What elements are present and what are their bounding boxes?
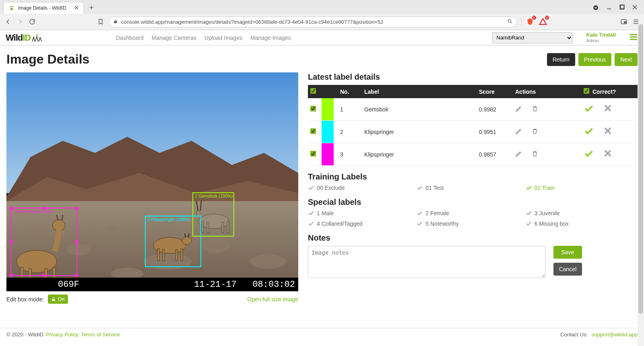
table-row: 3Klipspringer0.9857 <box>308 143 638 166</box>
svg-point-2 <box>12 6 14 7</box>
nav-back-icon[interactable] <box>4 18 12 26</box>
nav-links: Dashboard Manage Cameras Upload Images M… <box>116 35 291 41</box>
special-collared[interactable]: 4 Collared/Tagged <box>308 220 417 227</box>
address-bar[interactable]: console.wildid.app/management/images/det… <box>109 16 517 27</box>
training-train[interactable]: 02 Train <box>526 185 634 191</box>
hamburger-icon[interactable] <box>629 32 638 43</box>
row-label: Gemsbok <box>362 98 477 121</box>
row-checkbox[interactable] <box>310 151 316 157</box>
scrollbar[interactable] <box>638 24 644 341</box>
svg-point-0 <box>10 6 11 7</box>
svg-point-8 <box>508 19 511 22</box>
correct-yes-icon[interactable] <box>584 103 594 115</box>
row-checkbox[interactable] <box>310 106 316 111</box>
nav-reload-icon[interactable] <box>28 18 36 26</box>
row-score: 0.9982 <box>477 98 513 121</box>
special-female[interactable]: 2 Female <box>417 210 525 216</box>
logo[interactable]: WildID <box>6 33 43 43</box>
delete-icon[interactable] <box>531 105 539 113</box>
edit-mode-label: Edit box mode: <box>6 296 44 303</box>
special-juvenile[interactable]: 3 Juvenile <box>526 210 634 216</box>
nav-dashboard[interactable]: Dashboard <box>116 35 144 41</box>
return-button[interactable]: Return <box>547 53 575 66</box>
row-checkbox[interactable] <box>310 128 316 134</box>
col-score: Score <box>477 85 513 98</box>
bbox-3[interactable]: 3 Klipspringer (99%) <box>10 208 77 276</box>
window-maximize-icon[interactable] <box>619 4 625 11</box>
training-exclude[interactable]: 00 Exclude <box>308 185 417 191</box>
row-label: Klipspringer <box>362 143 477 166</box>
extension-warning-icon[interactable]: 1 <box>539 17 547 26</box>
delete-icon[interactable] <box>531 150 539 159</box>
nav-forward-icon <box>16 18 24 26</box>
row-no: 1 <box>338 98 362 121</box>
footer-privacy[interactable]: Privacy Policy <box>46 332 78 338</box>
tab-close-icon[interactable] <box>74 5 78 11</box>
annotated-image[interactable]: 1 Gemsbok (100%) 2 Klipspringer (100%) 3… <box>6 72 298 291</box>
user-role: Admin <box>586 38 616 43</box>
correct-yes-icon[interactable] <box>584 126 594 138</box>
user-block[interactable]: Kate Tindall Admin <box>586 32 616 43</box>
special-noteworthy[interactable]: 5 Noteworthy <box>417 220 525 227</box>
edit-icon[interactable] <box>515 105 522 113</box>
row-no: 2 <box>338 121 362 143</box>
footer-email[interactable]: support@wildid.app <box>592 332 638 338</box>
correct-yes-icon[interactable] <box>584 148 594 160</box>
footer: © 2020 - WildID Privacy Policy Terms of … <box>0 328 644 341</box>
correct-no-icon[interactable] <box>603 148 613 160</box>
nav-upload[interactable]: Upload Images <box>204 35 242 41</box>
zoom-icon[interactable] <box>507 19 513 25</box>
special-male[interactable]: 1 Male <box>308 210 417 216</box>
color-swatch <box>322 121 334 143</box>
browser-tab[interactable]: Image Details - WildID <box>3 2 84 14</box>
svg-point-17 <box>202 238 230 253</box>
pip-icon[interactable] <box>620 18 628 26</box>
window-account-icon[interactable] <box>592 4 599 11</box>
svg-point-11 <box>36 34 38 36</box>
labels-heading: Latest label details <box>308 72 638 82</box>
bbox-2-tag: 2 Klipspringer (100%) <box>146 216 192 222</box>
window-minimize-icon[interactable] <box>606 4 612 11</box>
color-swatch <box>322 143 334 165</box>
delete-icon[interactable] <box>531 128 539 136</box>
row-score: 0.9857 <box>477 143 513 166</box>
save-button[interactable]: Save <box>553 246 582 259</box>
next-button[interactable]: Next <box>615 53 638 66</box>
special-missing[interactable]: 6 Missing box <box>526 220 634 227</box>
url-text: console.wildid.app/management/images/det… <box>121 19 504 25</box>
footer-copyright: © 2020 - WildID <box>6 332 43 338</box>
nav-manage[interactable]: Manage Images <box>250 35 291 41</box>
cancel-button[interactable]: Cancel <box>553 263 582 276</box>
edit-icon[interactable] <box>515 128 522 136</box>
image-footer: 069F 11-21-17 08:03:02 <box>6 278 298 291</box>
training-test[interactable]: 01 Test <box>417 185 525 191</box>
user-name: Kate Tindall <box>586 32 616 38</box>
labels-table: No. Label Score Actions Correct? 1Gemsbo… <box>308 85 638 166</box>
nav-cameras[interactable]: Manage Cameras <box>152 35 196 41</box>
brave-shield-icon[interactable]: 1 <box>526 17 535 26</box>
col-no: No. <box>338 85 362 98</box>
correct-no-icon[interactable] <box>603 103 613 115</box>
edit-icon[interactable] <box>515 150 522 159</box>
svg-point-3 <box>10 8 13 10</box>
select-all-checkbox[interactable] <box>310 88 316 94</box>
temperature: 069F <box>58 280 79 290</box>
edit-mode-toggle[interactable]: On <box>48 295 68 304</box>
open-full-link[interactable]: Open full size image <box>247 296 298 303</box>
footer-terms[interactable]: Terms of Service <box>81 332 120 338</box>
window-close-icon[interactable] <box>632 4 638 11</box>
notes-textarea[interactable] <box>308 246 545 278</box>
project-select[interactable]: NamibRand <box>492 32 573 43</box>
color-swatch <box>322 98 334 120</box>
training-heading: Training Labels <box>308 172 638 181</box>
svg-rect-39 <box>52 299 55 301</box>
lock-icon <box>113 19 118 25</box>
previous-button[interactable]: Previous <box>578 53 611 66</box>
bookmark-icon[interactable] <box>97 18 105 26</box>
correct-all-checkbox[interactable] <box>584 88 589 94</box>
bbox-2[interactable]: 2 Klipspringer (100%) <box>145 216 201 267</box>
row-label: Klipspringer <box>362 121 477 143</box>
page-title: Image Details <box>6 52 89 67</box>
new-tab-button[interactable]: + <box>87 3 96 13</box>
correct-no-icon[interactable] <box>603 126 613 138</box>
